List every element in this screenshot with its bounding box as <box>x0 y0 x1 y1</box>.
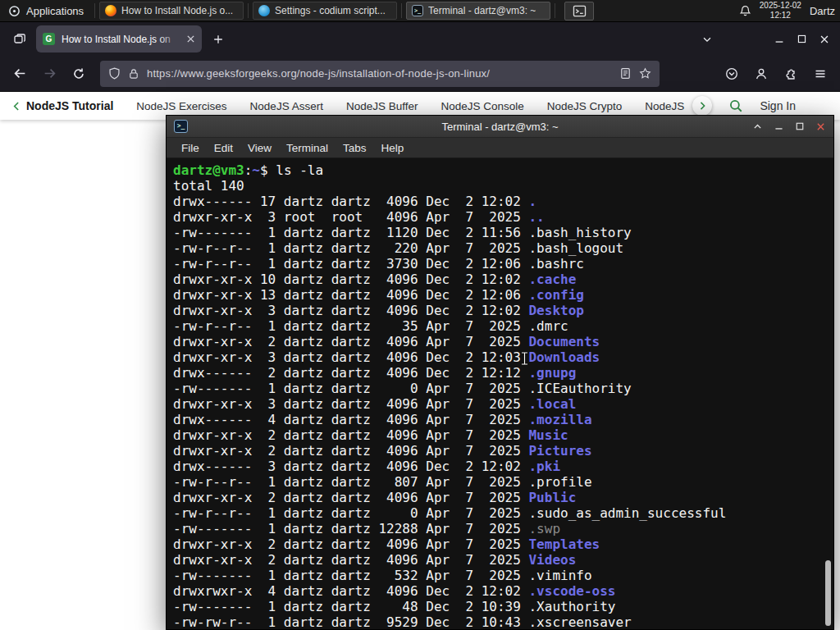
separator <box>401 3 402 18</box>
file-meta: drwxr-xr-x 2 dartz dartz 4096 Apr 7 2025 <box>173 536 528 552</box>
bookmark-star-icon[interactable] <box>639 67 651 80</box>
chevron-right-icon[interactable] <box>692 96 712 116</box>
notifications-bell-icon[interactable] <box>739 5 751 17</box>
account-icon[interactable] <box>748 61 774 87</box>
terminal-output-line: drwx------ 3 dartz dartz 4096 Dec 2 12:0… <box>173 459 827 474</box>
terminal-output-line: drwxr-xr-x 13 dartz dartz 4096 Dec 2 12:… <box>173 287 827 303</box>
taskbar-window-terminal[interactable]: Terminal - dartz@vm3: ~ <box>406 2 550 20</box>
file-meta: drwxr-xr-x 2 dartz dartz 4096 Apr 7 2025 <box>173 334 528 349</box>
reload-icon[interactable] <box>66 61 92 87</box>
terminal-menu-file[interactable]: File <box>174 142 207 154</box>
close-window-icon[interactable] <box>819 34 830 45</box>
terminal-output-line: drwx------ 4 dartz dartz 4096 Apr 7 2025… <box>173 412 827 427</box>
menu-hamburger-icon[interactable] <box>807 61 833 87</box>
file-name: .profile <box>528 474 591 490</box>
terminal-output-line: drwxr-xr-x 2 dartz dartz 4096 Apr 7 2025… <box>173 427 827 443</box>
new-tab-icon[interactable] <box>207 28 230 51</box>
terminal-output-line: drwxr-xr-x 2 dartz dartz 4096 Apr 7 2025… <box>173 490 827 505</box>
applications-menu-button[interactable]: Applications <box>0 0 92 21</box>
site-nav-items: NodeJS ExercisesNodeJS AssertNodeJS Buff… <box>136 100 687 112</box>
file-name: .bash_logout <box>528 240 623 256</box>
terminal-window-title: Terminal - dartz@vm3: ~ <box>167 121 833 133</box>
file-name: .ICEauthority <box>528 381 631 396</box>
site-nav-item[interactable]: NodeJS Exercises <box>136 100 226 112</box>
clock[interactable]: 2025-12-02 12:12 <box>760 1 801 21</box>
prompt-symbol: $ <box>260 162 276 178</box>
terminal-output-line: drwx------ 17 dartz dartz 4096 Dec 2 12:… <box>173 194 827 209</box>
taskbar-window-firefox[interactable]: How to Install Node.js o... <box>99 2 244 20</box>
terminal-menu-view[interactable]: View <box>240 142 279 154</box>
terminal-output-line: -rw------- 1 dartz dartz 48 Dec 2 10:39 … <box>173 599 827 614</box>
prompt-user-host: dartz@vm3 <box>173 162 244 178</box>
terminal-listing: drwx------ 17 dartz dartz 4096 Dec 2 12:… <box>173 194 827 629</box>
file-name: .cache <box>528 272 576 287</box>
sign-in-button[interactable]: Sign In <box>760 99 829 112</box>
clock-time: 12:12 <box>770 11 791 21</box>
terminal-output-line: drwxr-xr-x 2 dartz dartz 4096 Apr 7 2025… <box>173 443 827 459</box>
terminal-menu-tabs[interactable]: Tabs <box>336 142 374 154</box>
separator <box>248 3 249 18</box>
terminal-menubar: FileEditViewTerminalTabsHelp <box>167 138 833 158</box>
window-controls <box>701 34 832 45</box>
file-meta: -rw-rw-r-- 1 dartz dartz 9529 Dec 2 10:4… <box>173 614 528 629</box>
separator <box>555 3 555 18</box>
terminal-window-controls <box>752 121 826 132</box>
taskbar-window-codium[interactable]: Settings - codium script... <box>253 2 397 20</box>
file-meta: drwxr-xr-x 3 root root 4096 Apr 7 2025 <box>173 209 528 225</box>
site-nav-item[interactable]: NodeJS Console <box>441 100 523 112</box>
shade-up-icon[interactable] <box>752 121 763 132</box>
taskbar-window-title: How to Install Node.js o... <box>121 5 233 16</box>
maximize-icon[interactable] <box>797 34 807 44</box>
prompt-colon: : <box>244 162 253 178</box>
search-icon[interactable] <box>728 98 743 113</box>
terminal-window: Terminal - dartz@vm3: ~ FileEditViewTerm… <box>166 115 834 630</box>
terminal-minimize-icon[interactable] <box>774 121 784 132</box>
file-name: Documents <box>528 334 600 349</box>
site-nav-item[interactable]: NodeJS DNS <box>645 100 687 112</box>
file-name: .bashrc <box>528 256 583 272</box>
firefox-view-icon[interactable] <box>8 28 31 51</box>
systray[interactable] <box>564 2 594 21</box>
terminal-menu-terminal[interactable]: Terminal <box>279 142 336 154</box>
terminal-maximize-icon[interactable] <box>795 121 805 131</box>
terminal-titlebar[interactable]: Terminal - dartz@vm3: ~ <box>167 116 833 138</box>
reader-mode-icon[interactable] <box>619 67 632 80</box>
file-meta: drwxrwxr-x 4 dartz dartz 4096 Dec 2 12:0… <box>173 583 528 599</box>
terminal-output-line: drwxr-xr-x 3 dartz dartz 4096 Dec 2 12:0… <box>173 349 827 365</box>
taskbar-status-area: 2025-12-02 12:12 Dartz <box>739 1 840 21</box>
forward-icon[interactable] <box>36 61 62 87</box>
tracking-shield-icon[interactable] <box>108 67 121 80</box>
minimize-icon[interactable] <box>774 34 785 45</box>
terminal-menu-edit[interactable]: Edit <box>207 142 240 154</box>
file-name: Public <box>528 490 576 505</box>
user-menu[interactable]: Dartz <box>810 5 837 17</box>
terminal-menu-help[interactable]: Help <box>374 142 412 154</box>
terminal-output-line: drwxr-xr-x 10 dartz dartz 4096 Dec 2 12:… <box>173 272 827 287</box>
pocket-icon[interactable] <box>719 61 745 87</box>
applications-label: Applications <box>26 5 84 17</box>
site-nav-item[interactable]: NodeJS Buffer <box>346 100 418 112</box>
site-nav-item[interactable]: NodeJS Assert <box>250 100 323 112</box>
lock-icon[interactable] <box>128 68 139 80</box>
chevron-left-icon <box>11 101 22 112</box>
terminal-output[interactable]: dartz@vm3:~$ ls -la total 140 drwx------… <box>167 158 833 629</box>
terminal-output-line: -rw------- 1 dartz dartz 1120 Dec 2 11:5… <box>173 225 827 240</box>
terminal-close-icon[interactable] <box>815 121 826 132</box>
terminal-scrollbar[interactable] <box>824 158 832 629</box>
url-bar[interactable]: https://www.geeksforgeeks.org/node-js/in… <box>100 61 660 87</box>
typed-command: ls -la <box>276 162 323 178</box>
file-meta: drwxr-xr-x 2 dartz dartz 4096 Apr 7 2025 <box>173 427 528 443</box>
terminal-systray-icon <box>573 5 587 17</box>
tab-close-icon[interactable] <box>186 34 195 43</box>
site-nav-back-item[interactable]: NodeJS Tutorial <box>11 99 113 112</box>
site-nav-back-label: NodeJS Tutorial <box>26 99 113 112</box>
browser-tab[interactable]: G How to Install Node.js on <box>36 25 202 52</box>
back-icon[interactable] <box>7 61 33 87</box>
site-nav-item[interactable]: NodeJS Crypto <box>547 100 623 112</box>
file-name: Pictures <box>528 443 591 459</box>
taskbar-window-list: How to Install Node.js o...Settings - co… <box>98 0 558 21</box>
extensions-icon[interactable] <box>778 61 804 87</box>
clock-date: 2025-12-02 <box>760 1 801 11</box>
terminal-scrollbar-thumb[interactable] <box>825 560 831 626</box>
list-tabs-chevron-icon[interactable] <box>701 34 713 45</box>
